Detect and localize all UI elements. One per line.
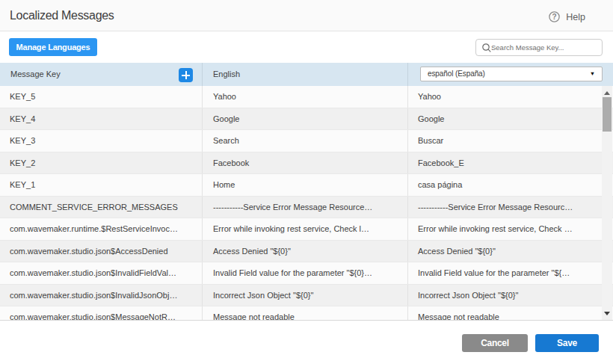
svg-text:?: ? [552,13,557,21]
